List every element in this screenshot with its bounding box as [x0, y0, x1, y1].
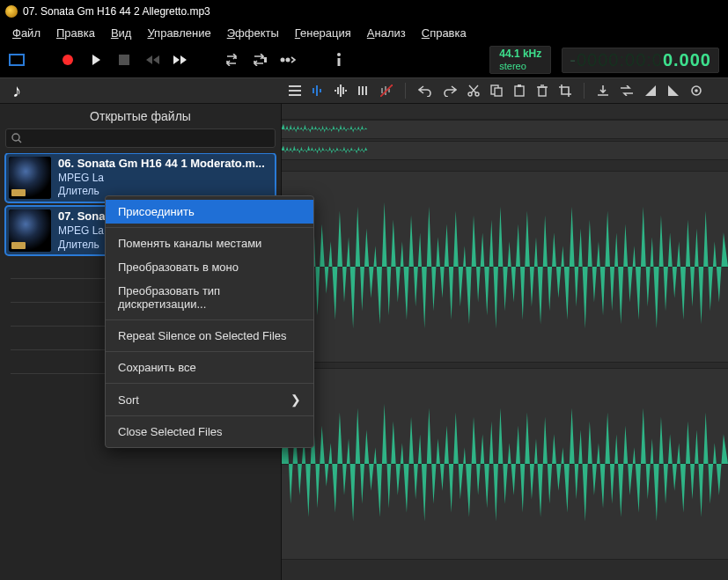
main-track-right[interactable]: [282, 368, 728, 560]
svg-rect-14: [337, 87, 339, 94]
file-name: 06. Sonata Gm H16 44 1 Moderato.m...: [58, 157, 272, 172]
paste-icon[interactable]: [513, 84, 526, 97]
ctx-separator: [106, 351, 313, 352]
ctx-to-mono[interactable]: Преобразовать в моно: [106, 255, 313, 279]
ctx-swap-channels[interactable]: Поменять каналы местами: [106, 231, 313, 255]
svg-point-3: [281, 58, 285, 62]
ctx-separator: [106, 383, 313, 384]
main-track-left[interactable]: [282, 171, 728, 363]
ctx-repeat-silence[interactable]: Repeat Silence on Selected Files: [106, 324, 313, 348]
reverse-icon[interactable]: [620, 85, 634, 96]
album-art-icon: [9, 157, 51, 199]
svg-rect-10: [313, 88, 314, 93]
title-bar: 07. Sonata Gm H16 44 2 Allegretto.mp3: [0, 0, 728, 23]
info-icon[interactable]: [331, 52, 347, 68]
svg-point-5: [337, 53, 341, 56]
record-button[interactable]: [60, 52, 76, 68]
svg-rect-6: [338, 58, 341, 66]
crop-icon[interactable]: [559, 84, 571, 97]
display-panel: 44.1 kHz stereo - 0000:00:0 0.000: [489, 42, 719, 77]
file-codec: MPEG La: [58, 172, 272, 186]
view-bars-b-icon[interactable]: [335, 84, 347, 97]
view-bars-c-icon[interactable]: [357, 84, 370, 97]
fade-out-icon[interactable]: [667, 84, 680, 97]
loop-selection-icon[interactable]: [252, 52, 268, 68]
menu-view[interactable]: Вид: [104, 26, 139, 40]
ctx-separator: [106, 319, 313, 320]
fade-in-icon[interactable]: [644, 84, 657, 97]
svg-rect-8: [289, 90, 301, 92]
svg-rect-28: [495, 88, 502, 96]
svg-rect-11: [316, 85, 318, 96]
menu-bar: Файл Правка Вид Управление Эффекты Генер…: [0, 23, 728, 42]
overview-track-left[interactable]: [282, 120, 728, 139]
context-menu: Присоединить Поменять каналы местами Пре…: [105, 195, 314, 448]
menu-effects[interactable]: Эффекты: [220, 26, 286, 40]
music-note-icon: ♪: [12, 81, 21, 101]
search-icon: [11, 133, 22, 143]
rewind-button[interactable]: [144, 52, 160, 68]
ctx-sort[interactable]: Sort❯: [106, 387, 313, 412]
svg-rect-1: [119, 55, 129, 65]
view-bars-a-icon[interactable]: [312, 84, 324, 97]
loop-icon[interactable]: [224, 52, 239, 68]
svg-rect-31: [539, 87, 546, 96]
svg-line-37: [18, 140, 21, 143]
svg-rect-13: [335, 90, 336, 92]
ctx-close-selected[interactable]: Close Selected Files: [106, 420, 313, 444]
svg-rect-17: [345, 90, 347, 92]
album-art-icon: [9, 209, 51, 252]
menu-edit[interactable]: Правка: [49, 26, 102, 40]
play-to-end-icon[interactable]: [280, 52, 296, 68]
side-panel-title: Открытые файлы: [0, 104, 281, 127]
svg-rect-2: [264, 57, 267, 62]
menu-help[interactable]: Справка: [415, 26, 474, 40]
undo-icon[interactable]: [418, 84, 432, 97]
ctx-separator: [106, 415, 313, 416]
settings-icon[interactable]: [690, 84, 702, 97]
menu-analyze[interactable]: Анализ: [360, 26, 413, 40]
cut-icon[interactable]: [467, 84, 480, 97]
overview-track-right[interactable]: [282, 141, 728, 160]
svg-rect-18: [358, 86, 360, 95]
svg-rect-30: [518, 84, 521, 87]
search-input[interactable]: [5, 128, 276, 148]
waveform-area[interactable]: [282, 104, 728, 580]
copy-icon[interactable]: [490, 84, 503, 97]
svg-rect-12: [320, 89, 321, 92]
time-ruler[interactable]: [282, 104, 728, 120]
toolbar: ♪: [0, 77, 728, 104]
ctx-separator: [106, 227, 313, 228]
svg-rect-21: [381, 88, 383, 93]
svg-point-36: [12, 134, 19, 141]
menu-generate[interactable]: Генерация: [288, 26, 358, 40]
svg-point-35: [695, 89, 698, 92]
svg-rect-7: [289, 85, 301, 87]
svg-rect-15: [340, 84, 342, 97]
svg-point-4: [286, 58, 290, 62]
view-bars-disabled-icon[interactable]: [380, 84, 393, 97]
svg-rect-29: [515, 86, 524, 96]
channel-list-icon[interactable]: [289, 84, 301, 97]
delete-icon[interactable]: [536, 84, 548, 97]
ctx-resample[interactable]: Преобразовать тип дискретизации...: [106, 279, 313, 316]
fast-forward-button[interactable]: [173, 52, 188, 68]
chevron-right-icon: ❯: [290, 393, 301, 407]
sample-rate-label: 44.1 kHz: [499, 48, 541, 60]
svg-rect-0: [10, 55, 24, 65]
time-display[interactable]: - 0000:00:0 0.000: [562, 48, 719, 73]
transport-bar: 44.1 kHz stereo - 0000:00:0 0.000: [0, 42, 728, 77]
bounds-icon[interactable]: [9, 52, 25, 68]
stop-button[interactable]: [116, 52, 132, 68]
ctx-join[interactable]: Присоединить: [106, 200, 313, 224]
channels-label: stereo: [499, 61, 541, 71]
redo-icon[interactable]: [443, 84, 457, 97]
menu-control[interactable]: Управление: [140, 26, 217, 40]
ctx-save-all[interactable]: Сохранить все: [106, 356, 313, 379]
svg-rect-9: [289, 94, 301, 96]
import-icon[interactable]: [597, 84, 609, 97]
svg-rect-19: [362, 86, 364, 95]
sample-rate-box[interactable]: 44.1 kHz stereo: [489, 46, 551, 73]
menu-file[interactable]: Файл: [5, 26, 48, 40]
play-button[interactable]: [88, 52, 104, 68]
